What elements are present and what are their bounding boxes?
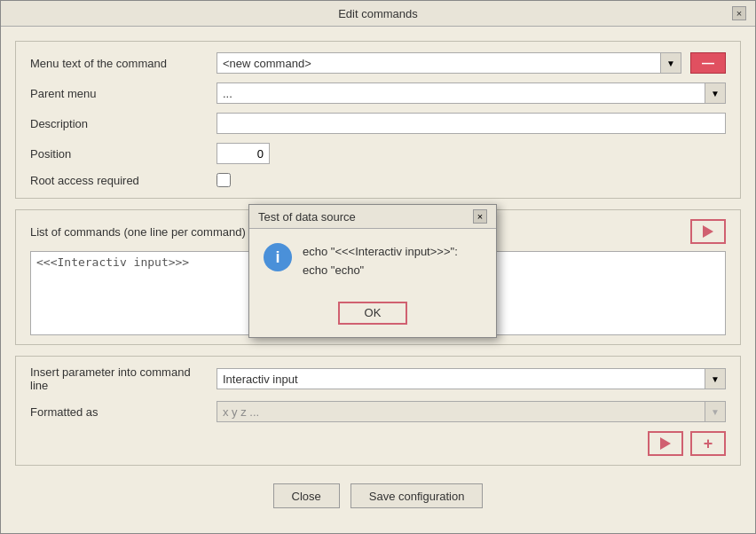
minus-icon: — [702,56,714,70]
action-buttons: + [30,431,726,456]
title-bar: Edit commands × [1,1,755,27]
root-access-label: Root access required [30,174,208,187]
info-icon: i [264,243,292,271]
description-label: Description [30,117,208,130]
modal-message: echo "<<<Interactiv input>>>": echo "ech… [303,243,458,280]
parent-menu-select-wrapper: ▼ [217,82,726,104]
modal-body: i echo "<<<Interactiv input>>>": echo "e… [249,229,496,294]
window-close-button[interactable]: × [732,6,746,20]
menu-text-select-wrapper: ▼ [217,52,681,74]
menu-text-input[interactable] [217,52,681,74]
close-button[interactable]: Close [273,483,340,508]
menu-text-label: Menu text of the command [30,57,208,70]
root-access-row: Root access required [30,173,726,187]
formatted-label: Formatted as [30,405,208,419]
bottom-play-icon [660,437,671,450]
parent-menu-input[interactable] [217,82,726,104]
info-letter: i [275,248,280,267]
form-section: Menu text of the command ▼ — Parent menu… [15,41,741,199]
position-row: Position [30,143,726,164]
modal-line2: echo "echo" [303,262,458,280]
modal-footer: OK [249,294,496,337]
footer-buttons: Close Save configuration [15,476,741,519]
save-button[interactable]: Save configuration [350,483,484,508]
menu-text-row: Menu text of the command ▼ — [30,52,726,74]
description-row: Description [30,113,726,134]
play-icon [703,225,713,238]
position-label: Position [30,147,208,161]
modal-ok-button[interactable]: OK [338,302,408,325]
modal-line1: echo "<<<Interactiv input>>>": [303,243,458,262]
params-section: Insert parameter into command line ▼ For… [15,356,741,466]
position-input[interactable] [217,143,270,164]
plus-icon: + [704,435,713,453]
commands-label: List of commands (one line per command) [30,225,246,239]
commands-play-button[interactable] [690,219,726,244]
modal-close-button[interactable]: × [473,209,487,224]
description-input[interactable] [217,113,726,134]
window-title: Edit commands [24,7,732,20]
modal-dialog: Test of data source × i echo "<<<Interac… [248,204,497,338]
insert-param-input[interactable] [217,368,726,389]
modal-title: Test of data source [258,210,356,224]
insert-param-row: Insert parameter into command line ▼ [30,365,726,392]
menu-text-delete-button[interactable]: — [690,52,726,74]
parent-menu-label: Parent menu [30,87,208,100]
formatted-select-wrapper: ▼ [217,401,726,422]
insert-param-select-wrapper: ▼ [217,368,726,389]
add-button[interactable]: + [690,431,726,456]
root-access-checkbox[interactable] [217,173,231,187]
parent-menu-row: Parent menu ▼ [30,82,726,104]
formatted-row: Formatted as ▼ [30,401,726,422]
insert-param-label: Insert parameter into command line [30,365,208,392]
modal-title-bar: Test of data source × [249,205,496,229]
bottom-play-button[interactable] [648,431,683,456]
formatted-input [217,401,726,422]
